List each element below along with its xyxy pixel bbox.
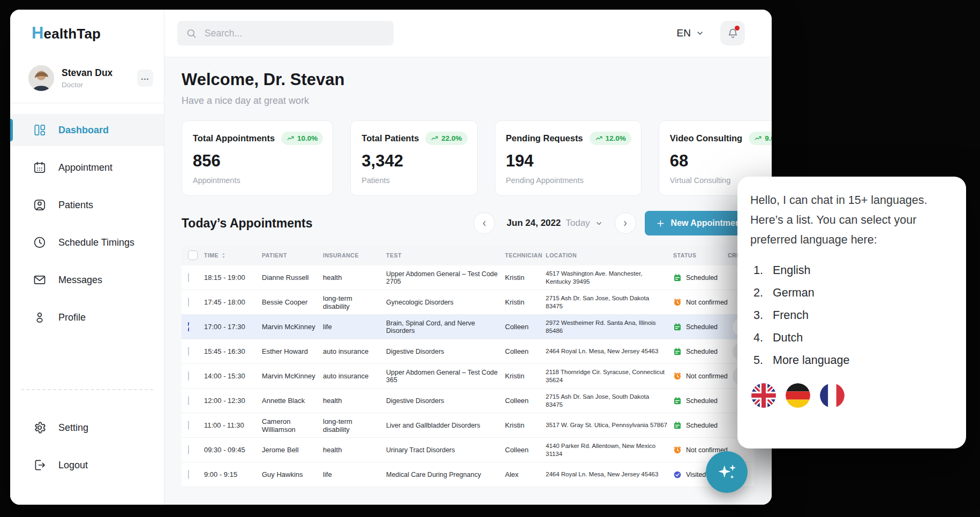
sidebar-item-logout[interactable]: Logout [10, 449, 164, 481]
logo-text: ealthTap [44, 26, 101, 42]
table-row[interactable]: 17:00 - 17:30 Marvin McKinney life Brain… [182, 315, 755, 339]
trend-up-icon [595, 134, 603, 142]
language-selector[interactable]: EN [677, 27, 704, 39]
stat-trend-badge: 9.0% [749, 132, 772, 145]
plus-icon [656, 219, 665, 228]
cell-technician: Kristin [505, 273, 546, 282]
notifications-button[interactable] [720, 21, 745, 45]
sidebar-item-dashboard[interactable]: Dashboard [10, 114, 164, 146]
cell-time: 11:00 - 11:30 [204, 421, 262, 429]
cell-test: Brain, Spinal Cord, and Nerve Disorders [386, 320, 505, 334]
table-row[interactable]: 9:00 - 9:15 Guy Hawkins life Medical Car… [182, 462, 755, 487]
cell-insurance: health [323, 273, 386, 282]
table-row[interactable]: 15:45 - 16:30 Esther Howard auto insuran… [182, 339, 755, 364]
cell-test: Medical Care During Pregnancy [386, 471, 505, 478]
cell-status: Scheduled [673, 323, 728, 331]
flag-uk-icon[interactable] [751, 383, 776, 408]
table-row[interactable]: 12:00 - 12:30 Annette Black health Diges… [182, 389, 755, 413]
cell-test: Digestive Disorders [386, 348, 505, 355]
stat-trend-badge: 22.0% [425, 132, 467, 145]
cell-technician: Colleen [505, 397, 546, 405]
table-row[interactable]: 11:00 - 11:30 Cameron Williamson long-te… [182, 413, 755, 438]
language-option[interactable]: 2. German [753, 286, 953, 300]
prev-day-button[interactable] [473, 212, 495, 234]
ai-assistant-button[interactable] [706, 451, 748, 493]
sidebar-item-schedule-timings[interactable]: Schedule Timings [10, 226, 164, 258]
language-option[interactable]: 4. Dutch [753, 331, 953, 345]
stat-sublabel: Pending Appointments [506, 176, 631, 185]
cell-status: Not confirmed [673, 372, 728, 381]
sort-icon[interactable] [221, 252, 227, 259]
row-checkbox[interactable] [188, 445, 189, 454]
language-option[interactable]: 5. More language [753, 354, 953, 367]
calendar-icon [33, 161, 47, 174]
cell-time: 9:00 - 9:15 [204, 470, 262, 478]
cell-insurance: long-term disability [323, 294, 386, 310]
table-row[interactable]: 14:00 - 15:30 Marvin McKinney auto insur… [182, 364, 755, 389]
sidebar-item-appointment[interactable]: Appointment [10, 151, 164, 184]
stat-card: Total Patients 22.0% 3,342 Patients [350, 120, 477, 196]
cell-technician: Kristin [505, 372, 546, 380]
status-icon [673, 397, 682, 405]
cell-insurance: auto insurance [323, 372, 386, 380]
cell-test: Liver and Gallbladder Disorders [386, 422, 505, 429]
row-checkbox[interactable] [188, 347, 189, 356]
main-column: EN Welcome, Dr. Stevan Have a nice day a… [164, 10, 772, 505]
stat-title: Total Patients [361, 133, 419, 143]
notification-dot [735, 26, 740, 31]
table-row[interactable]: 18:15 - 19:00 Dianne Russell health Uppe… [182, 265, 755, 290]
appointments-table: TIME PATIENT INSURANCE TEST TECHNICIAN L… [182, 245, 755, 487]
cell-patient: Dianne Russell [262, 273, 323, 282]
stats-row: Total Appointments 10.0% 856 Appointment… [182, 120, 755, 196]
sidebar-item-setting[interactable]: Setting [10, 412, 164, 444]
date-selector[interactable]: Jun 24, 2022 Today [503, 218, 606, 229]
cell-technician: Alex [505, 470, 546, 478]
status-icon [673, 298, 682, 307]
cell-location: 4517 Washington Ave. Manchester, Kentuck… [546, 270, 673, 286]
row-checkbox[interactable] [188, 298, 189, 307]
cell-time: 09:30 - 09:45 [204, 446, 262, 454]
row-checkbox[interactable] [188, 421, 189, 430]
search-box[interactable] [177, 21, 394, 45]
profile-name: Stevan Dux [62, 67, 130, 79]
row-checkbox[interactable] [188, 371, 189, 381]
table-row[interactable]: 09:30 - 09:45 Jerome Bell health Urinary… [182, 438, 755, 462]
row-checkbox[interactable] [188, 322, 189, 331]
date-today-label: Today [566, 218, 590, 229]
cell-insurance: health [323, 446, 386, 454]
sidebar-item-messages[interactable]: Messages [10, 264, 164, 296]
cell-technician: Colleen [505, 446, 546, 454]
cell-status: Scheduled [673, 397, 728, 405]
avatar[interactable] [28, 65, 54, 91]
cell-insurance: health [323, 397, 386, 405]
cell-time: 17:45 - 18:00 [204, 298, 262, 306]
cell-location: 2118 Thornridge Cir. Syracuse, Connectic… [546, 368, 673, 384]
profile-more-button[interactable]: ... [137, 70, 153, 87]
dashboard-icon [33, 123, 47, 137]
cell-patient: Bessie Cooper [262, 298, 323, 306]
row-checkbox[interactable] [188, 273, 189, 282]
row-checkbox[interactable] [188, 396, 189, 405]
cell-patient: Annette Black [262, 397, 323, 405]
sidebar-nav: Dashboard Appointment Patients Schedule … [10, 103, 164, 339]
status-icon [673, 470, 682, 479]
next-day-button[interactable] [615, 212, 636, 234]
logout-icon [33, 458, 47, 472]
sidebar-item-profile[interactable]: Profile [10, 301, 164, 333]
cell-technician: Kristin [505, 421, 546, 429]
flag-france-icon[interactable] [820, 383, 845, 408]
row-checkbox[interactable] [188, 470, 189, 479]
search-input[interactable] [203, 27, 385, 40]
sidebar-item-patients[interactable]: Patients [10, 189, 164, 221]
language-option[interactable]: 1. English [753, 264, 953, 277]
select-all-checkbox[interactable] [188, 250, 198, 260]
language-option[interactable]: 3. French [753, 309, 953, 322]
logo-accent-letter: H [32, 24, 44, 42]
trend-up-icon [431, 134, 439, 142]
app-window: HealthTap Stevan Dux Doctor ... [10, 10, 772, 505]
table-row[interactable]: 17:45 - 18:00 Bessie Cooper long-term di… [182, 290, 755, 315]
cell-location: 2464 Royal Ln. Mesa, New Jersey 45463 [546, 470, 673, 478]
cell-patient: Esther Howard [262, 347, 323, 355]
cell-test: Digestive Disorders [386, 397, 505, 405]
flag-germany-icon[interactable] [786, 383, 810, 408]
